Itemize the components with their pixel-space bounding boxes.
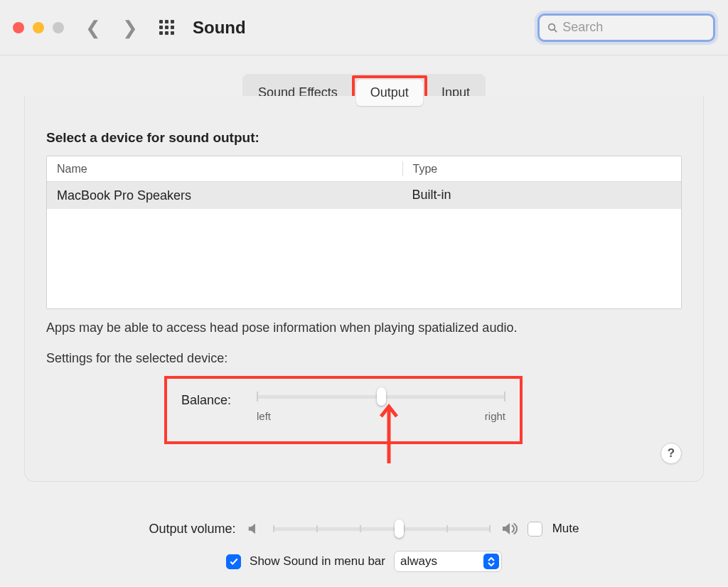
balance-label: Balance: — [181, 393, 240, 408]
balance-right-label: right — [485, 410, 505, 422]
spatial-audio-note: Apps may be able to access head pose inf… — [46, 321, 682, 335]
forward-button[interactable]: ❯ — [122, 18, 138, 37]
mute-checkbox[interactable] — [528, 522, 542, 537]
help-button[interactable]: ? — [660, 443, 682, 464]
window-title: Sound — [193, 18, 246, 38]
annotation-output-highlight: Output — [352, 75, 427, 110]
output-volume-slider[interactable] — [273, 522, 491, 535]
device-table: Name Type MacBook Pro Speakers Built-in — [46, 156, 682, 309]
window-controls — [13, 22, 64, 33]
device-type: Built-in — [402, 188, 681, 204]
output-volume-label: Output volume: — [149, 522, 236, 537]
back-button[interactable]: ❮ — [85, 18, 101, 37]
show-menubar-checkbox[interactable] — [226, 554, 241, 569]
tab-output[interactable]: Output — [356, 80, 423, 106]
show-menubar-value: always — [400, 554, 437, 569]
svg-line-1 — [554, 29, 557, 32]
select-device-heading: Select a device for sound output: — [46, 130, 682, 146]
annotation-balance-highlight: Balance: left right — [164, 376, 523, 444]
balance-slider[interactable] — [257, 390, 505, 403]
speaker-low-icon — [246, 521, 263, 537]
footer: Output volume: Mute Show Sound in menu b… — [0, 505, 728, 587]
device-name: MacBook Pro Speakers — [47, 188, 402, 203]
device-table-header: Name Type — [47, 156, 681, 182]
balance-slider-thumb[interactable] — [377, 387, 386, 406]
search-field[interactable] — [537, 14, 715, 42]
column-type[interactable]: Type — [402, 161, 681, 176]
speaker-high-icon — [500, 519, 518, 538]
minimize-window-button[interactable] — [33, 22, 44, 33]
show-menubar-select[interactable]: always — [394, 551, 502, 572]
zoom-window-button[interactable] — [53, 22, 64, 33]
output-panel: Select a device for sound output: Name T… — [24, 96, 704, 482]
close-window-button[interactable] — [13, 22, 24, 33]
device-row[interactable]: MacBook Pro Speakers Built-in — [47, 182, 681, 209]
search-icon — [547, 21, 558, 34]
output-volume-thumb[interactable] — [395, 519, 404, 538]
balance-left-label: left — [257, 410, 271, 422]
mute-label: Mute — [552, 522, 579, 536]
search-input[interactable] — [562, 20, 706, 35]
titlebar: ❮ ❯ Sound — [0, 0, 728, 55]
show-all-prefs-button[interactable] — [159, 20, 174, 35]
settings-heading: Settings for the selected device: — [46, 351, 682, 366]
column-name[interactable]: Name — [47, 163, 402, 176]
show-menubar-label: Show Sound in menu bar — [250, 554, 385, 569]
svg-point-0 — [549, 23, 555, 30]
chevron-updown-icon — [483, 554, 499, 569]
